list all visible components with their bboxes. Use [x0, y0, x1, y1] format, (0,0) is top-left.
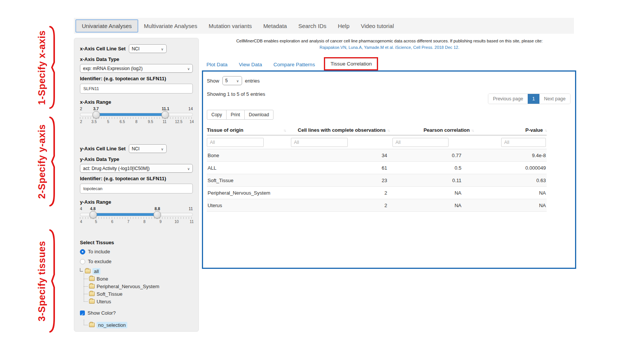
- curly-brace-icon: [49, 25, 56, 110]
- exclude-radio-row[interactable]: To exclude: [80, 259, 193, 264]
- download-button[interactable]: Download: [244, 110, 274, 120]
- table-row[interactable]: Soft_Tissue 23 0.11 0.63: [207, 174, 547, 187]
- nav-item-univariate-analyses[interactable]: Univariate Analyses: [75, 19, 138, 33]
- nav-item-search-ids[interactable]: Search IDs: [292, 20, 332, 32]
- show-color-row[interactable]: Show Color?: [80, 310, 193, 316]
- folder-icon: [89, 292, 95, 296]
- tree-item-uterus[interactable]: Uterus: [84, 298, 193, 305]
- y-cell-line-set-row: y-Axis Cell Line Set NCI: [80, 144, 193, 153]
- sort-icon[interactable]: [387, 127, 389, 133]
- chevron-down-icon: [161, 46, 164, 51]
- copy-button[interactable]: Copy: [207, 110, 227, 120]
- filter-pearson-input[interactable]: [392, 138, 449, 147]
- y-slider-low-handle[interactable]: [89, 211, 97, 218]
- page-number-button[interactable]: 1: [528, 94, 539, 104]
- y-tick: 4: [80, 220, 82, 224]
- tree-item-soft-tissue[interactable]: Soft_Tissue: [84, 290, 193, 298]
- sort-icon[interactable]: [544, 127, 547, 133]
- y-tick: 6: [111, 220, 113, 224]
- x-slider-low-handle[interactable]: [92, 111, 100, 119]
- tab-view-data[interactable]: View Data: [239, 62, 262, 70]
- column-header-tissue-of-origin[interactable]: Tissue of origin: [207, 127, 291, 133]
- color-tree: no_selection: [84, 321, 193, 329]
- radio-selected-icon[interactable]: [80, 249, 85, 254]
- y-tick: 9: [159, 220, 162, 224]
- tree-item-no-selection[interactable]: no_selection: [84, 321, 193, 329]
- y-data-type-value: act: Drug Activity (-log10[IC50M]): [83, 166, 150, 171]
- sort-icon[interactable]: [471, 127, 474, 133]
- x-slider-low-value: 3.7: [93, 106, 99, 111]
- tree-label: Bone: [97, 276, 108, 282]
- annotation-step3-label: 3-Specify tissues: [36, 241, 47, 321]
- tissue-tree: all Bone Peripheral_Nervous_System Soft_…: [80, 267, 193, 305]
- x-cell-line-set-value: NCI: [132, 46, 140, 51]
- sort-icon[interactable]: [283, 127, 291, 133]
- y-slider-high-value: 8.8: [155, 206, 160, 211]
- column-header-cell-lines[interactable]: Cell lines with complete observations: [291, 127, 392, 133]
- radio-unselected-icon[interactable]: [80, 259, 85, 264]
- entries-count-value: 5: [225, 78, 228, 83]
- y-cell-line-set-value: NCI: [132, 146, 140, 151]
- nav-item-metadata[interactable]: Metadata: [258, 20, 293, 32]
- x-cell-line-set-select[interactable]: NCI: [129, 44, 167, 53]
- tree-item-peripheral-nervous-system[interactable]: Peripheral_Nervous_System: [84, 282, 193, 290]
- nav-item-video-tutorial[interactable]: Video tutorial: [355, 20, 399, 32]
- tab-tissue-correlation[interactable]: Tissue Correlation: [325, 58, 377, 69]
- filter-p-value-input[interactable]: [501, 138, 546, 147]
- include-radio-row[interactable]: To include: [80, 249, 193, 254]
- x-identifier-input[interactable]: [80, 84, 193, 94]
- tissue-correlation-panel: Show 5 entries Showing 1 to 5 of 5 entri…: [202, 70, 576, 269]
- column-header-pearson-correlation[interactable]: Pearson correlation: [392, 127, 477, 133]
- x-data-type-select[interactable]: exp: mRNA Expression (log2): [80, 64, 193, 73]
- y-slider-track[interactable]: [80, 213, 193, 216]
- next-page-button[interactable]: Next page: [539, 94, 570, 104]
- table-header-row: Tissue of origin Cell lines with complet…: [207, 125, 547, 136]
- exclude-radio-label: To exclude: [88, 259, 111, 264]
- y-identifier-label: Identifier: (e.g. topotecan or SLFN11): [80, 176, 193, 181]
- citation-link[interactable]: Rajapakse.VN, Luna.A, Yamade.M et al. iS…: [202, 44, 577, 51]
- x-tick: 6.5: [120, 120, 125, 124]
- table-row[interactable]: Bone 34 0.77 9.4e-8: [207, 149, 547, 162]
- checkbox-checked-icon[interactable]: [80, 311, 85, 315]
- y-identifier-input[interactable]: [80, 184, 193, 193]
- filter-cell-lines-input[interactable]: [291, 138, 348, 147]
- x-tick: 11: [163, 120, 166, 124]
- x-data-type-label: x-Axis Data Type: [80, 56, 193, 62]
- print-button[interactable]: Print: [226, 110, 245, 120]
- folder-icon: [85, 269, 91, 273]
- nav-item-mutation-variants[interactable]: Mutation variants: [203, 20, 258, 32]
- y-cell-line-set-select[interactable]: NCI: [129, 144, 167, 153]
- tree-label-no-selection: no_selection: [97, 322, 127, 328]
- y-tick: 11: [190, 220, 194, 224]
- citation-text: CellMinerCDB enables exploration and ana…: [202, 38, 577, 44]
- table-row[interactable]: Uterus 2 NA NA: [207, 199, 547, 212]
- tree-label: Soft_Tissue: [97, 291, 122, 297]
- y-data-type-select[interactable]: act: Drug Activity (-log10[IC50M]): [80, 164, 193, 173]
- annotation-step2-label: 2-Specify y-axis: [36, 124, 47, 199]
- x-slider-track[interactable]: [80, 113, 193, 116]
- curly-brace-icon: [49, 115, 56, 208]
- previous-page-button[interactable]: Previous page: [488, 94, 528, 104]
- table-row[interactable]: ALL 61 0.5 0.000049: [207, 162, 547, 174]
- filter-tissue-input[interactable]: [207, 138, 264, 147]
- nav-item-help[interactable]: Help: [332, 20, 355, 32]
- red-highlight-frame: Tissue Correlation: [324, 57, 378, 70]
- chevron-down-icon: [187, 166, 190, 171]
- tree-item-bone[interactable]: Bone: [84, 275, 193, 282]
- column-header-p-value[interactable]: P-value: [477, 127, 547, 133]
- folder-icon: [89, 284, 95, 289]
- x-tick: 5: [107, 120, 109, 124]
- include-radio-label: To include: [88, 249, 110, 254]
- main-content: CellMinerCDB enables exploration and ana…: [202, 38, 577, 269]
- control-panel: x-Axis Cell Line Set NCI x-Axis Data Typ…: [74, 38, 199, 332]
- tab-compare-patterns[interactable]: Compare Patterns: [274, 62, 315, 70]
- nav-item-multivariate-analyses[interactable]: Multivariate Analyses: [138, 20, 203, 32]
- tab-plot-data[interactable]: Plot Data: [206, 62, 228, 70]
- tree-label: Uterus: [97, 299, 111, 304]
- y-slider-high-handle[interactable]: [153, 211, 161, 218]
- tree-connector-icon: [80, 268, 83, 272]
- tree-item-all[interactable]: all: [80, 267, 193, 275]
- entries-count-select[interactable]: 5: [222, 76, 242, 85]
- x-slider-max: 14: [188, 106, 193, 111]
- table-row[interactable]: Peripheral_Nervous_System 2 NA NA: [207, 187, 547, 199]
